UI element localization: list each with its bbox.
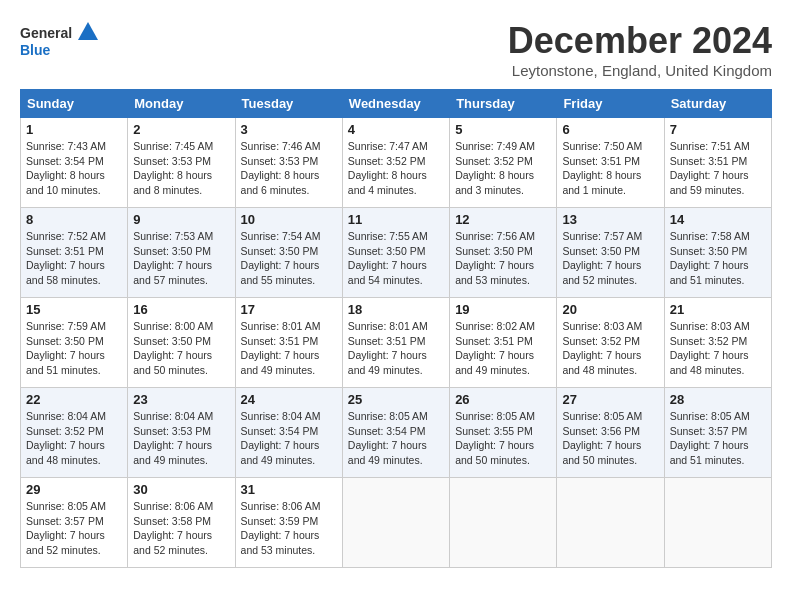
day-number: 25 <box>348 392 444 407</box>
day-detail: Sunrise: 8:04 AM Sunset: 3:54 PM Dayligh… <box>241 409 337 468</box>
calendar-header: SundayMondayTuesdayWednesdayThursdayFrid… <box>21 90 772 118</box>
calendar-cell: 12Sunrise: 7:56 AM Sunset: 3:50 PM Dayli… <box>450 208 557 298</box>
day-number: 23 <box>133 392 229 407</box>
day-detail: Sunrise: 7:46 AM Sunset: 3:53 PM Dayligh… <box>241 139 337 198</box>
page-header: General Blue December 2024 Leytonstone, … <box>20 20 772 79</box>
day-detail: Sunrise: 8:05 AM Sunset: 3:57 PM Dayligh… <box>670 409 766 468</box>
day-number: 8 <box>26 212 122 227</box>
day-number: 19 <box>455 302 551 317</box>
day-detail: Sunrise: 7:55 AM Sunset: 3:50 PM Dayligh… <box>348 229 444 288</box>
day-number: 7 <box>670 122 766 137</box>
calendar-cell: 9Sunrise: 7:53 AM Sunset: 3:50 PM Daylig… <box>128 208 235 298</box>
calendar-cell: 18Sunrise: 8:01 AM Sunset: 3:51 PM Dayli… <box>342 298 449 388</box>
weekday-header-row: SundayMondayTuesdayWednesdayThursdayFrid… <box>21 90 772 118</box>
logo: General Blue <box>20 20 100 60</box>
calendar-cell: 16Sunrise: 8:00 AM Sunset: 3:50 PM Dayli… <box>128 298 235 388</box>
calendar-cell: 23Sunrise: 8:04 AM Sunset: 3:53 PM Dayli… <box>128 388 235 478</box>
day-number: 28 <box>670 392 766 407</box>
day-number: 22 <box>26 392 122 407</box>
day-number: 9 <box>133 212 229 227</box>
day-detail: Sunrise: 8:06 AM Sunset: 3:58 PM Dayligh… <box>133 499 229 558</box>
day-number: 21 <box>670 302 766 317</box>
day-number: 29 <box>26 482 122 497</box>
weekday-header-friday: Friday <box>557 90 664 118</box>
day-number: 4 <box>348 122 444 137</box>
svg-text:General: General <box>20 25 72 41</box>
day-detail: Sunrise: 7:47 AM Sunset: 3:52 PM Dayligh… <box>348 139 444 198</box>
day-detail: Sunrise: 8:03 AM Sunset: 3:52 PM Dayligh… <box>670 319 766 378</box>
day-detail: Sunrise: 8:05 AM Sunset: 3:57 PM Dayligh… <box>26 499 122 558</box>
calendar-cell: 6Sunrise: 7:50 AM Sunset: 3:51 PM Daylig… <box>557 118 664 208</box>
calendar-cell: 15Sunrise: 7:59 AM Sunset: 3:50 PM Dayli… <box>21 298 128 388</box>
day-number: 12 <box>455 212 551 227</box>
calendar-cell: 31Sunrise: 8:06 AM Sunset: 3:59 PM Dayli… <box>235 478 342 568</box>
day-detail: Sunrise: 7:52 AM Sunset: 3:51 PM Dayligh… <box>26 229 122 288</box>
day-detail: Sunrise: 8:01 AM Sunset: 3:51 PM Dayligh… <box>241 319 337 378</box>
calendar-cell: 3Sunrise: 7:46 AM Sunset: 3:53 PM Daylig… <box>235 118 342 208</box>
day-detail: Sunrise: 7:57 AM Sunset: 3:50 PM Dayligh… <box>562 229 658 288</box>
weekday-header-wednesday: Wednesday <box>342 90 449 118</box>
calendar-cell: 19Sunrise: 8:02 AM Sunset: 3:51 PM Dayli… <box>450 298 557 388</box>
weekday-header-tuesday: Tuesday <box>235 90 342 118</box>
day-number: 15 <box>26 302 122 317</box>
day-number: 18 <box>348 302 444 317</box>
calendar-cell: 22Sunrise: 8:04 AM Sunset: 3:52 PM Dayli… <box>21 388 128 478</box>
calendar-cell: 5Sunrise: 7:49 AM Sunset: 3:52 PM Daylig… <box>450 118 557 208</box>
day-detail: Sunrise: 8:02 AM Sunset: 3:51 PM Dayligh… <box>455 319 551 378</box>
calendar-cell: 14Sunrise: 7:58 AM Sunset: 3:50 PM Dayli… <box>664 208 771 298</box>
calendar-cell: 27Sunrise: 8:05 AM Sunset: 3:56 PM Dayli… <box>557 388 664 478</box>
weekday-header-sunday: Sunday <box>21 90 128 118</box>
svg-marker-2 <box>78 22 98 40</box>
day-detail: Sunrise: 8:03 AM Sunset: 3:52 PM Dayligh… <box>562 319 658 378</box>
calendar-cell: 20Sunrise: 8:03 AM Sunset: 3:52 PM Dayli… <box>557 298 664 388</box>
calendar-cell <box>450 478 557 568</box>
day-detail: Sunrise: 7:59 AM Sunset: 3:50 PM Dayligh… <box>26 319 122 378</box>
day-detail: Sunrise: 7:53 AM Sunset: 3:50 PM Dayligh… <box>133 229 229 288</box>
day-detail: Sunrise: 8:05 AM Sunset: 3:54 PM Dayligh… <box>348 409 444 468</box>
logo-svg: General Blue <box>20 20 100 60</box>
day-number: 6 <box>562 122 658 137</box>
calendar-cell: 26Sunrise: 8:05 AM Sunset: 3:55 PM Dayli… <box>450 388 557 478</box>
calendar-cell: 17Sunrise: 8:01 AM Sunset: 3:51 PM Dayli… <box>235 298 342 388</box>
day-detail: Sunrise: 8:05 AM Sunset: 3:56 PM Dayligh… <box>562 409 658 468</box>
location: Leytonstone, England, United Kingdom <box>508 62 772 79</box>
weekday-header-saturday: Saturday <box>664 90 771 118</box>
calendar-cell: 10Sunrise: 7:54 AM Sunset: 3:50 PM Dayli… <box>235 208 342 298</box>
calendar-cell <box>664 478 771 568</box>
day-detail: Sunrise: 7:58 AM Sunset: 3:50 PM Dayligh… <box>670 229 766 288</box>
calendar-cell: 21Sunrise: 8:03 AM Sunset: 3:52 PM Dayli… <box>664 298 771 388</box>
calendar-cell: 8Sunrise: 7:52 AM Sunset: 3:51 PM Daylig… <box>21 208 128 298</box>
day-detail: Sunrise: 8:00 AM Sunset: 3:50 PM Dayligh… <box>133 319 229 378</box>
day-number: 11 <box>348 212 444 227</box>
calendar-week-row: 29Sunrise: 8:05 AM Sunset: 3:57 PM Dayli… <box>21 478 772 568</box>
day-number: 30 <box>133 482 229 497</box>
calendar-week-row: 15Sunrise: 7:59 AM Sunset: 3:50 PM Dayli… <box>21 298 772 388</box>
day-number: 16 <box>133 302 229 317</box>
calendar-week-row: 8Sunrise: 7:52 AM Sunset: 3:51 PM Daylig… <box>21 208 772 298</box>
calendar-cell <box>342 478 449 568</box>
day-detail: Sunrise: 8:04 AM Sunset: 3:53 PM Dayligh… <box>133 409 229 468</box>
day-detail: Sunrise: 7:43 AM Sunset: 3:54 PM Dayligh… <box>26 139 122 198</box>
day-detail: Sunrise: 7:56 AM Sunset: 3:50 PM Dayligh… <box>455 229 551 288</box>
day-number: 1 <box>26 122 122 137</box>
day-number: 2 <box>133 122 229 137</box>
calendar-body: 1Sunrise: 7:43 AM Sunset: 3:54 PM Daylig… <box>21 118 772 568</box>
day-number: 5 <box>455 122 551 137</box>
day-number: 3 <box>241 122 337 137</box>
day-detail: Sunrise: 8:06 AM Sunset: 3:59 PM Dayligh… <box>241 499 337 558</box>
calendar-cell: 28Sunrise: 8:05 AM Sunset: 3:57 PM Dayli… <box>664 388 771 478</box>
day-number: 26 <box>455 392 551 407</box>
calendar-cell: 4Sunrise: 7:47 AM Sunset: 3:52 PM Daylig… <box>342 118 449 208</box>
calendar-cell <box>557 478 664 568</box>
day-detail: Sunrise: 8:01 AM Sunset: 3:51 PM Dayligh… <box>348 319 444 378</box>
calendar-cell: 7Sunrise: 7:51 AM Sunset: 3:51 PM Daylig… <box>664 118 771 208</box>
day-number: 24 <box>241 392 337 407</box>
day-detail: Sunrise: 8:04 AM Sunset: 3:52 PM Dayligh… <box>26 409 122 468</box>
calendar-table: SundayMondayTuesdayWednesdayThursdayFrid… <box>20 89 772 568</box>
day-detail: Sunrise: 7:49 AM Sunset: 3:52 PM Dayligh… <box>455 139 551 198</box>
day-detail: Sunrise: 8:05 AM Sunset: 3:55 PM Dayligh… <box>455 409 551 468</box>
weekday-header-monday: Monday <box>128 90 235 118</box>
day-number: 13 <box>562 212 658 227</box>
calendar-cell: 11Sunrise: 7:55 AM Sunset: 3:50 PM Dayli… <box>342 208 449 298</box>
day-number: 31 <box>241 482 337 497</box>
